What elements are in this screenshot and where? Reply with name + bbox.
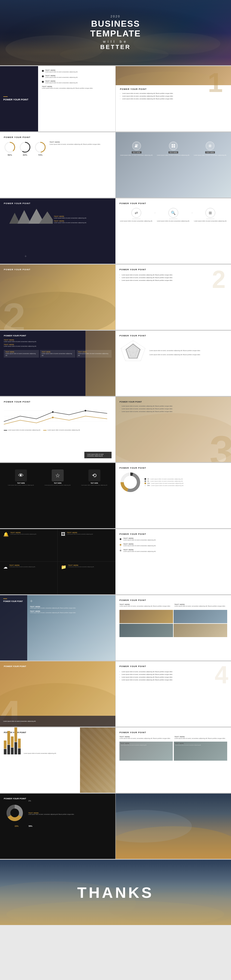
row-5: 2 POWER YOUR POINT 2 POWER YOUR POINT Lo… [0,264,231,330]
row-12: POWER YOUR POINT [0,727,231,793]
icon-box-folder: 📁 TEXT HERE Lorem ipsum dolor sit amet c… [58,562,115,594]
dark-strip-text: Lorem ipsum dolor sit amet consectetur a… [3,721,36,722]
img-row-2: TEXT HERE Lorem ipsum dolor sit amet con… [174,741,227,760]
icon-box-bell: 🔔 TEXT HERE Lorem ipsum dolor sit amet c… [0,529,58,562]
ppp-12-right: POWER YOUR POINT [119,731,227,734]
row-6: POWER YOUR POINT TEXT HERE Lorem ipsum d… [0,331,231,396]
donut-label-4: Lorem ipsum dolor sit amet consectetur a… [151,485,184,486]
content-block-2: TEXT HERE Lorem ipsum dolor sit amet, co… [30,611,112,613]
svg-point-36 [52,411,54,413]
row-13: POWER YOUR POINT 1% 23% 59% [0,794,231,859]
thanks-text: THANKS [0,860,231,925]
tg-body-2: Lorem ipsum dolor sit amet, consectetur … [174,738,227,740]
donut-svg [119,471,141,493]
svg-marker-19 [18,210,31,224]
tl-body-2: Lorem ipsum dolor sit amet consectetur a… [123,545,227,547]
body-text-3: Lorem ipsum dolor sit amet consectetur a… [45,82,78,84]
donut-stat-row-1: 1% Lorem ipsum dolor sit amet consectetu… [145,478,227,480]
bar-group-4 [14,727,17,754]
icon-people [132,142,141,150]
bell-body: Lorem ipsum dolor sit amet consectetur a… [10,533,37,535]
triangle-text: TEXT HERE Lorem ipsum dolor sit amet con… [54,216,112,224]
bell-icon: 🔔 [3,532,9,537]
folder-text: TEXT HERE Lorem ipsum dolor sit amet con… [68,565,94,568]
body-10r-1: Lorem ipsum dolor sit amet, consectetur … [119,605,172,607]
slide-2-left: POWER YOUR POINT TEXT HERE Lorem ipsum d… [0,66,115,132]
bullet-list-11: Lorem ipsum dolor sit amet, consectetur … [119,670,227,681]
slide-10-left-content: + TEXT HERE Lorem ipsum dolor sit amet, … [0,595,115,617]
slide-6-left-content: POWER YOUR POINT TEXT HERE Lorem ipsum d… [4,334,112,358]
stat-val-1: 56% [8,154,12,156]
line-chart-svg [4,405,107,427]
text-grid-12: TEXT HERE Lorem ipsum dolor sit amet, co… [119,736,227,740]
bullet-5-2: Lorem ipsum dolor sit amet, consectetur … [119,276,227,279]
slide13-sunset [116,794,231,859]
bullet-11-3: Lorem ipsum dolor sit amet, consectetur … [119,676,227,678]
slide-11-right: 4 POWER YOUR POINT Lorem ipsum dolor sit… [116,661,231,727]
icon-star-col: ☆ TEXT HERE Lorem ipsum dolor sit amet c… [41,469,75,486]
step-text-1: Lorem ipsum dolor sit amet consectetur a… [120,220,152,222]
timeline-item-3: TEXT HERE Lorem ipsum dolor sit amet con… [123,549,227,552]
stat-text-content: TEXT HERE Lorem ipsum dolor sit amet, co… [49,141,112,145]
bar-5b [18,748,21,754]
slide-5-left: 2 POWER YOUR POINT [0,264,115,330]
ppp-6-right: POWER YOUR POINT [119,334,227,337]
ppp-7-left: POWER YOUR POINT [4,401,112,403]
donut-stat-row-2: 2% Lorem ipsum dolor sit amet consectetu… [145,480,227,482]
tg-col-2: TEXT HERE Lorem ipsum dolor sit amet, co… [174,736,227,740]
row-7: POWER YOUR POINT Lorem ipsum dolor sit a… [0,397,231,462]
row-8: 👁 TEXT HERE Lorem ipsum dolor sit amet c… [0,463,231,528]
slide-3-right: TEXT HERE Lorem ipsum dolor sit amet con… [116,132,231,197]
timeline-items: TEXT HERE Lorem ipsum dolor sit amet con… [119,538,227,552]
bullet-dot-1 [42,70,44,72]
step-2: 🔍 Lorem ipsum dolor sit amet consectetur… [157,208,190,222]
icon-body-2: Lorem ipsum dolor sit amet consectetur a… [157,154,190,156]
star-icon: ☆ [52,469,64,481]
legend-text-1: Lorem ipsum dolor sit amet consectetur a… [8,429,41,431]
ppp-10-right: POWER YOUR POINT [119,599,227,601]
arrow-2: → [190,211,193,214]
body-text-2: Lorem ipsum dolor sit amet consectetur a… [45,76,78,78]
donut-label-2: Lorem ipsum dolor sit amet consectetur a… [150,480,183,482]
legend-2: Lorem ipsum dolor sit amet consectetur a… [43,429,80,431]
dark-panel-left: POWER YOUR POINT [0,66,38,132]
ppp-6-dark: POWER YOUR POINT [4,334,112,337]
sb-body-2: Lorem ipsum dolor sit amet consectetur a… [41,353,73,356]
pie-body: Lorem ipsum dolor sit amet, consectetur … [28,814,112,815]
ppp-5-right: POWER YOUR POINT [119,268,227,271]
donut-pct-3: 23% [147,482,150,484]
timeline-col: TEXT HERE Lorem ipsum dolor sit amet con… [119,538,227,552]
donut-dot-1 [145,478,146,480]
slide-10-right: POWER YOUR POINT TEXT HERE Lorem ipsum d… [116,595,231,660]
svg-rect-15 [172,146,173,148]
folder-body: Lorem ipsum dolor sit amet consectetur a… [68,566,94,568]
dark-info-box: Lorem ipsum dolor sit amet consectetur a… [84,452,112,458]
step-line-3 [206,219,214,219]
slide-8-left: 👁 TEXT HERE Lorem ipsum dolor sit amet c… [0,463,115,528]
slide-10-left: POWER YOUR POINT + TEXT HERE Lorem ipsum… [0,595,115,660]
icon-grid-icon [169,142,178,150]
stripe-overlay [80,727,115,793]
icon-col-1: TEXT HERE Lorem ipsum dolor sit amet con… [119,142,153,156]
bullet-row-1: TEXT HERE Lorem ipsum dolor sit amet con… [42,69,112,73]
svg-rect-16 [174,146,175,148]
stats-row: 56% 84% 73% TEXT HERE Lorem ipsum dolor … [4,141,112,156]
plus-icon: + [24,254,27,258]
icon-col-3: TEXT HERE Lorem ipsum dolor sit amet con… [193,142,227,156]
stat-circle-2 [19,141,31,153]
sb-body-1: Lorem ipsum dolor sit amet consectetur a… [5,353,37,356]
process-steps: ⇄ Lorem ipsum dolor sit amet consectetur… [119,208,227,222]
bar-3a [11,737,14,747]
ir-body-1: Lorem ipsum dolor sit amet consectetur a… [121,745,172,746]
bullet-5-1: Lorem ipsum dolor sit amet, consectetur … [119,274,227,276]
slide-12-right: POWER YOUR POINT TEXT HERE Lorem ipsum d… [116,727,231,793]
donut-content: 1% Lorem ipsum dolor sit amet consectetu… [119,471,227,493]
ppp-3-left: POWER YOUR POINT [4,136,112,138]
bar-chart-12: Lorem ipsum dolor sit amet consectetur a… [4,735,80,754]
timeline-item-2: TEXT HERE Lorem ipsum dolor sit amet con… [123,543,227,547]
big-num-3-bg: 3 [210,430,231,462]
donut-pct-4: 59% [147,485,150,486]
stat-circle-3 [34,141,46,153]
step-icon-2: 🔍 [169,208,178,218]
slide-6-left: POWER YOUR POINT TEXT HERE Lorem ipsum d… [0,331,115,396]
